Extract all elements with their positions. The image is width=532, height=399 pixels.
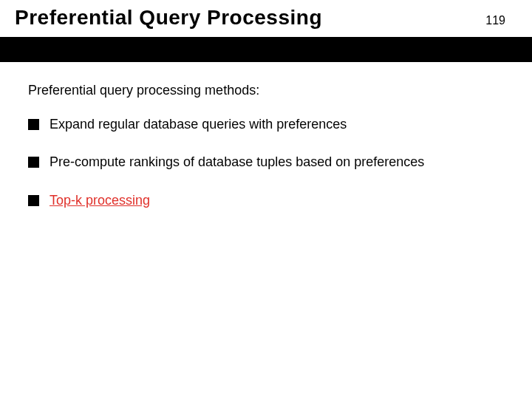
slide: Preferential Query Processing 119 Prefer… [0,0,532,399]
slide-header: Preferential Query Processing 119 [0,0,532,62]
bullet-item: Pre-compute rankings of database tuples … [28,154,504,171]
bullet-list: Expand regular database queries with pre… [28,116,504,209]
title-row: Preferential Query Processing 119 [0,6,532,30]
bullet-text: Expand regular database queries with pre… [50,116,347,133]
page-number: 119 [485,14,505,27]
square-bullet-icon [28,119,39,130]
lead-text: Preferential query processing methods: [28,83,504,98]
square-bullet-icon [28,157,39,168]
slide-body: Preferential query processing methods: E… [0,62,532,209]
bullet-item: Top-k processing [28,192,504,209]
bullet-item: Expand regular database queries with pre… [28,116,504,133]
topk-link[interactable]: Top-k processing [50,192,150,209]
square-bullet-icon [28,195,39,206]
header-divider-bar [0,37,532,62]
slide-title: Preferential Query Processing [15,6,322,30]
bullet-text: Pre-compute rankings of database tuples … [50,154,424,171]
